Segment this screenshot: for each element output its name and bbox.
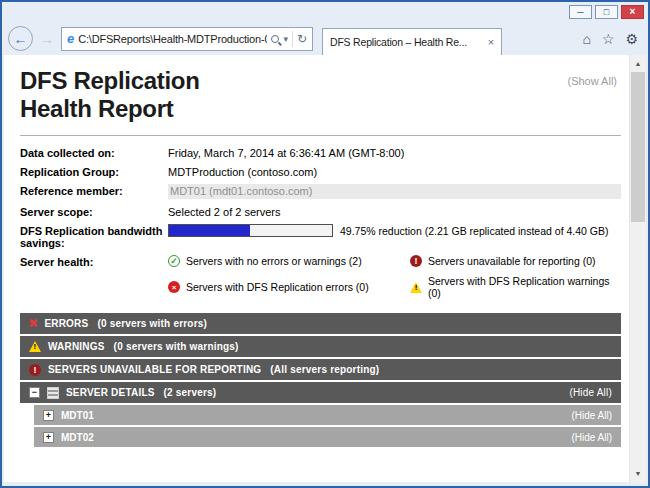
page-title: DFS Replication Health Report [20, 67, 621, 123]
server-name: MDT02 [61, 432, 94, 443]
section-bar-server-details[interactable]: − SERVER DETAILS (2 servers) (Hide All) [20, 382, 621, 403]
close-button[interactable]: × [621, 5, 644, 19]
info-value: MDTProduction (contoso.com) [168, 165, 621, 178]
info-label: Server health: [20, 255, 168, 268]
collapse-icon[interactable]: − [29, 387, 40, 398]
section-detail: (All servers reporting) [270, 364, 379, 375]
divider [292, 31, 293, 47]
health-text: Servers with DFS Replication warnings (0… [428, 275, 621, 299]
health-item-unavailable: ! Servers unavailable for reporting (0) [410, 255, 621, 267]
browser-window: ─ □ × ← → e C:\DFSReports\Health-MDTProd… [0, 0, 650, 488]
titlebar[interactable]: ─ □ × [2, 2, 648, 22]
report-sections: × ERRORS (0 servers with errors) ! WARNI… [20, 313, 621, 447]
info-row-data-collected: Data collected on: Friday, March 7, 2014… [20, 146, 621, 159]
info-label: DFS Replication bandwidth savings: [20, 224, 168, 249]
hide-all-link[interactable]: (Hide All) [571, 432, 612, 443]
error-x-icon: × [29, 318, 37, 329]
info-row-server-scope: Server scope: Selected 2 of 2 servers [20, 205, 621, 218]
ok-icon: ✓ [168, 255, 180, 267]
section-bar-errors[interactable]: × ERRORS (0 servers with errors) [20, 313, 621, 334]
ie-logo-icon: e [67, 31, 74, 46]
section-bar-warnings[interactable]: ! WARNINGS (0 servers with warnings) [20, 336, 621, 357]
scroll-up-button[interactable]: ▲ [630, 55, 646, 72]
search-icon[interactable] [271, 35, 279, 43]
info-label: Data collected on: [20, 146, 168, 159]
info-label: Server scope: [20, 205, 168, 218]
section-detail: (0 servers with errors) [97, 318, 207, 329]
health-text: Servers with DFS Replication errors (0) [186, 281, 369, 293]
scroll-down-button[interactable]: ▼ [630, 465, 646, 482]
info-value: Friday, March 7, 2014 at 6:36:41 AM (GMT… [168, 146, 621, 159]
show-all-link[interactable]: (Show All) [567, 75, 617, 87]
info-value: Selected 2 of 2 servers [168, 205, 621, 218]
health-item-warnings: ! Servers with DFS Replication warnings … [410, 275, 621, 299]
address-bar[interactable]: e C:\DFSReports\Health-MDTProduction-07M… [61, 27, 313, 51]
server-name: MDT01 [61, 410, 94, 421]
divider [20, 135, 621, 136]
favorites-star-icon[interactable]: ☆ [602, 31, 615, 47]
report-page: (Show All) DFS Replication Health Report… [4, 55, 646, 482]
browser-actions: ⌂ ☆ ⚙ [582, 31, 638, 47]
maximize-button[interactable]: □ [595, 5, 618, 19]
section-name: ERRORS [44, 318, 88, 329]
expand-icon[interactable]: + [43, 432, 54, 443]
unavailable-icon: ! [29, 364, 41, 376]
minimize-button[interactable]: ─ [569, 5, 592, 19]
bandwidth-progress-fill [169, 225, 250, 236]
settings-gear-icon[interactable]: ⚙ [625, 31, 638, 47]
chevron-down-icon[interactable]: ▾ [283, 34, 288, 44]
health-item-errors: × Servers with DFS Replication errors (0… [168, 281, 410, 293]
server-health-row: Server health: ✓ Servers with no errors … [20, 255, 621, 299]
page-title-line1: DFS Replication [20, 67, 621, 95]
home-icon[interactable]: ⌂ [582, 31, 590, 47]
scrollbar[interactable]: ▲ ▼ [629, 55, 646, 482]
tab-title: DFS Replication – Health Re... [330, 36, 482, 48]
back-button[interactable]: ← [8, 26, 33, 51]
info-label: Reference member: [20, 184, 168, 197]
navigation-bar: ← → e C:\DFSReports\Health-MDTProduction… [2, 22, 648, 55]
section-detail: (0 servers with warnings) [114, 341, 239, 352]
server-row-mdt02[interactable]: + MDT02 (Hide All) [34, 427, 621, 447]
scroll-thumb[interactable] [631, 72, 645, 222]
info-label: Replication Group: [20, 165, 168, 178]
expand-icon[interactable]: + [43, 410, 54, 421]
unavailable-icon: ! [410, 255, 422, 267]
bandwidth-row: DFS Replication bandwidth savings: 49.75… [20, 224, 621, 249]
health-item-ok: ✓ Servers with no errors or warnings (2) [168, 255, 410, 267]
health-text: Servers with no errors or warnings (2) [186, 255, 362, 267]
caption-buttons: ─ □ × [569, 5, 644, 19]
hide-all-link[interactable]: (Hide All) [571, 410, 612, 421]
error-icon: × [168, 281, 180, 293]
section-bar-unavailable[interactable]: ! SERVERS UNAVAILABLE FOR REPORTING (All… [20, 359, 621, 380]
scrollbar-track[interactable] [630, 72, 646, 465]
address-text: C:\DFSReports\Health-MDTProduction-07M [78, 33, 267, 45]
refresh-icon[interactable]: ↻ [297, 32, 307, 46]
info-row-reference-member: Reference member: MDT01 (mdt01.contoso.c… [20, 184, 621, 199]
report-content: (Show All) DFS Replication Health Report… [4, 55, 629, 482]
bandwidth-text: 49.75% reduction (2.21 GB replicated ins… [340, 225, 609, 237]
tab-close-icon[interactable]: × [488, 36, 494, 48]
section-name: SERVER DETAILS [66, 387, 155, 398]
warning-icon: ! [29, 341, 41, 352]
info-row-replication-group: Replication Group: MDTProduction (contos… [20, 165, 621, 178]
section-name: SERVERS UNAVAILABLE FOR REPORTING [48, 364, 261, 375]
bandwidth-progress [168, 224, 333, 237]
health-text: Servers unavailable for reporting (0) [428, 255, 596, 267]
info-value: MDT01 (mdt01.contoso.com) [168, 184, 621, 199]
section-name: WARNINGS [48, 341, 105, 352]
server-icon [47, 387, 59, 399]
warning-icon: ! [410, 282, 422, 293]
forward-button[interactable]: → [38, 31, 56, 47]
server-row-mdt01[interactable]: + MDT01 (Hide All) [34, 405, 621, 425]
browser-tab[interactable]: DFS Replication – Health Re... × [322, 28, 502, 55]
page-title-line2: Health Report [20, 95, 621, 123]
section-detail: (2 servers) [164, 387, 217, 398]
hide-all-link[interactable]: (Hide All) [569, 387, 612, 398]
